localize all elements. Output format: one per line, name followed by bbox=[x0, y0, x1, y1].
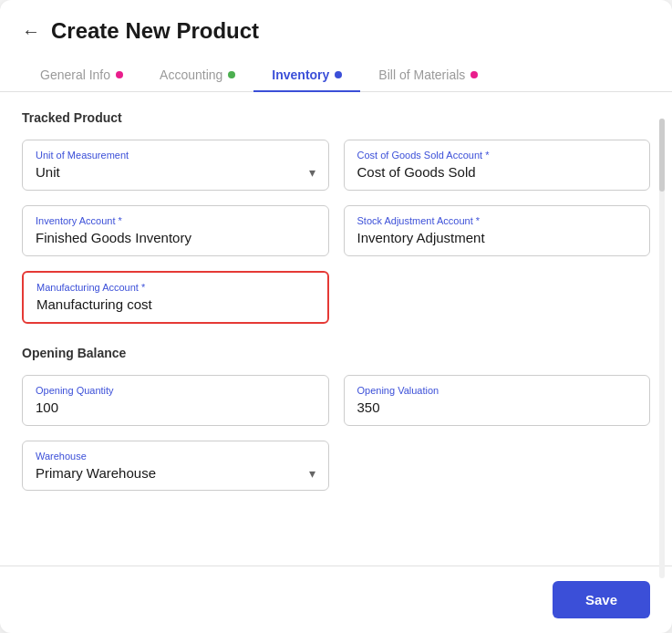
inventory-account-value: Finished Goods Inventory bbox=[36, 230, 191, 245]
tab-bom-label: Bill of Materials bbox=[378, 67, 465, 82]
unit-of-measurement-field[interactable]: Unit of Measurement Unit ▾ bbox=[22, 140, 329, 191]
scrollbar-thumb[interactable] bbox=[659, 119, 665, 192]
opening-quantity-label: Opening Quantity bbox=[36, 385, 315, 396]
opening-quantity-value: 100 bbox=[36, 400, 58, 415]
warehouse-value: Primary Warehouse bbox=[36, 465, 156, 481]
page-header: ← Create New Product bbox=[0, 0, 672, 44]
unit-dropdown-icon: ▾ bbox=[309, 165, 315, 180]
tab-bill-of-materials[interactable]: Bill of Materials bbox=[360, 58, 496, 91]
opening-balance-divider: Opening Balance bbox=[22, 346, 650, 360]
tab-inventory[interactable]: Inventory bbox=[253, 58, 360, 91]
inventory-account-label: Inventory Account bbox=[36, 215, 315, 226]
back-button[interactable]: ← bbox=[22, 21, 40, 42]
manufacturing-account-label: Manufacturing Account bbox=[36, 282, 315, 293]
tracked-product-grid: Unit of Measurement Unit ▾ Cost of Goods… bbox=[22, 140, 650, 324]
cost-of-goods-value: Cost of Goods Sold bbox=[357, 164, 476, 180]
opening-valuation-label: Opening Valuation bbox=[357, 385, 637, 396]
warehouse-dropdown-icon: ▾ bbox=[309, 466, 315, 481]
opening-valuation-field[interactable]: Opening Valuation 350 bbox=[344, 375, 651, 426]
tab-general-info-dot bbox=[116, 71, 123, 78]
tab-general-info-label: General Info bbox=[40, 67, 110, 82]
main-content: Tracked Product Unit of Measurement Unit… bbox=[0, 92, 672, 566]
tab-bar: General Info Accounting Inventory Bill o… bbox=[0, 44, 672, 92]
unit-of-measurement-value: Unit bbox=[36, 164, 60, 180]
tab-accounting-dot bbox=[228, 71, 235, 78]
stock-adjustment-label: Stock Adjustment Account bbox=[357, 215, 637, 226]
opening-balance-section-label: Opening Balance bbox=[22, 346, 650, 360]
manufacturing-account-value: Manufacturing cost bbox=[36, 296, 152, 312]
tab-general-info[interactable]: General Info bbox=[22, 58, 141, 91]
form-footer: Save bbox=[0, 566, 672, 633]
inventory-account-field[interactable]: Inventory Account Finished Goods Invento… bbox=[22, 205, 329, 256]
page-title: Create New Product bbox=[51, 18, 259, 44]
tab-inventory-label: Inventory bbox=[272, 67, 329, 82]
cost-of-goods-label: Cost of Goods Sold Account bbox=[357, 150, 637, 161]
tab-inventory-dot bbox=[335, 71, 342, 78]
opening-valuation-value: 350 bbox=[357, 400, 380, 415]
cost-of-goods-sold-field[interactable]: Cost of Goods Sold Account Cost of Goods… bbox=[344, 140, 651, 191]
stock-adjustment-value: Inventory Adjustment bbox=[357, 230, 485, 245]
create-product-card: ← Create New Product General Info Accoun… bbox=[0, 0, 672, 633]
unit-select-wrapper[interactable]: Unit ▾ bbox=[36, 164, 315, 180]
tab-accounting-label: Accounting bbox=[160, 67, 222, 82]
opening-balance-grid: Opening Quantity 100 Opening Valuation 3… bbox=[22, 375, 650, 491]
tab-accounting[interactable]: Accounting bbox=[141, 58, 253, 91]
manufacturing-account-field[interactable]: Manufacturing Account Manufacturing cost bbox=[22, 271, 329, 324]
warehouse-field[interactable]: Warehouse Primary Warehouse ▾ bbox=[22, 441, 329, 491]
warehouse-select-wrapper[interactable]: Primary Warehouse ▾ bbox=[36, 465, 315, 481]
warehouse-label: Warehouse bbox=[36, 451, 315, 462]
opening-quantity-field[interactable]: Opening Quantity 100 bbox=[22, 375, 329, 426]
tracked-product-section-label: Tracked Product bbox=[22, 110, 650, 125]
tab-bom-dot bbox=[470, 71, 478, 78]
scrollbar-track[interactable] bbox=[659, 119, 665, 578]
stock-adjustment-field[interactable]: Stock Adjustment Account Inventory Adjus… bbox=[344, 205, 651, 256]
save-button[interactable]: Save bbox=[553, 581, 650, 618]
unit-of-measurement-label: Unit of Measurement bbox=[36, 150, 315, 161]
